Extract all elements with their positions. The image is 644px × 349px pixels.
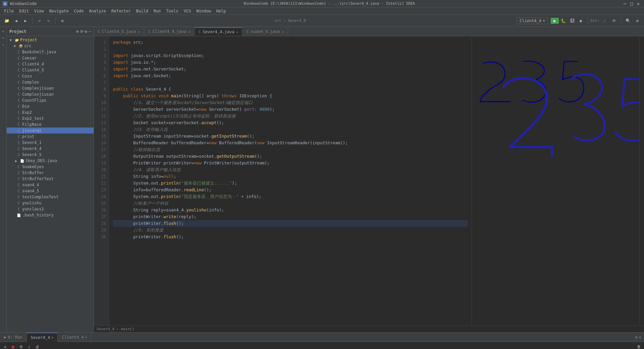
tree-jisuanqi-selected[interactable]: C jisuanqi	[7, 128, 94, 134]
sidebar-settings-icon[interactable]: ⚙	[85, 29, 87, 34]
run-tab-client44[interactable]: Client4_4 ✕	[58, 333, 91, 342]
run-settings-icon[interactable]: ⚙	[635, 335, 638, 340]
list-item[interactable]: C FilpRace	[7, 121, 94, 128]
rerun-btn[interactable]: ↺	[1, 343, 9, 349]
git-check-btn[interactable]: ✓	[601, 17, 609, 25]
list-item[interactable]: C youlishu	[7, 200, 94, 206]
tab-suan44[interactable]: C suan4_4.java ✕	[243, 27, 288, 36]
menu-view[interactable]: View	[32, 7, 47, 15]
list-item[interactable]: C Client4_5	[7, 67, 94, 73]
clear-btn[interactable]: 🗑	[635, 343, 643, 349]
list-item[interactable]: C Bookshelf.java	[7, 49, 94, 55]
coverage-button[interactable]: ⛾	[568, 17, 576, 25]
restore-layout-btn[interactable]: ⊞	[17, 343, 25, 349]
list-item[interactable]: C yunclass2	[7, 206, 94, 212]
list-item[interactable]: C StrBuffer	[7, 170, 94, 176]
menu-vcs[interactable]: VCS	[181, 7, 194, 15]
tree-item-label: youlishu	[22, 201, 42, 205]
toolbar-open-btn[interactable]: 📁	[3, 17, 11, 25]
run-config-selector[interactable]: Client4_4 ▾	[517, 17, 548, 24]
favorites-icon[interactable]: ★	[0, 42, 6, 48]
line-num: 16	[94, 140, 109, 146]
tab-close-icon[interactable]: ✕	[138, 30, 140, 34]
list-item[interactable]: C Caesar	[7, 55, 94, 61]
tree-coin[interactable]: C Coin	[7, 73, 94, 79]
sidebar-add-icon[interactable]: ⊕	[76, 29, 78, 34]
menu-refactor[interactable]: Refactor	[109, 7, 133, 15]
run-tab-sever44[interactable]: Sever4_4 ✕	[27, 333, 58, 342]
print-btn[interactable]: 🖨	[34, 343, 41, 349]
vcs-icon[interactable]: 2	[0, 35, 6, 41]
menu-navigate[interactable]: Navigate	[47, 7, 71, 15]
menu-edit[interactable]: Edit	[16, 7, 32, 15]
list-item[interactable]: C Sever4_5	[7, 152, 94, 158]
toolbar-back-btn[interactable]: ◀	[12, 17, 20, 25]
src-label[interactable]: src	[275, 18, 281, 23]
tree-root[interactable]: ▼ 📁 Project	[7, 37, 94, 43]
close-button[interactable]: ✕	[635, 1, 641, 7]
list-item[interactable]: C CountFlips	[7, 97, 94, 103]
tab-sever44[interactable]: C Sever4_4.java ✕	[195, 27, 243, 36]
tree-src[interactable]: ▼ 📦 src	[7, 43, 94, 49]
breadcrumb-bar: Sever4_4 › main()	[94, 326, 644, 332]
menu-help[interactable]: Help	[214, 7, 229, 15]
list-item[interactable]: C print	[7, 134, 94, 140]
toolbar-redo-btn[interactable]: ↪	[45, 17, 53, 25]
tab-close-icon[interactable]: ✕	[188, 30, 190, 34]
tab-close-icon[interactable]: ✕	[236, 30, 238, 34]
menu-analyze[interactable]: Analyze	[86, 7, 109, 15]
class-icon: C	[16, 98, 21, 103]
list-item[interactable]: ▶ 📄 Skey_DES.java	[7, 158, 94, 164]
list-item[interactable]: C suan4_5	[7, 188, 94, 194]
toolbar-search-btn[interactable]: 🔍	[624, 17, 632, 25]
sidebar-sync-icon[interactable]: ⟳	[80, 29, 84, 34]
sever-label[interactable]: Sever4_4	[288, 18, 306, 23]
run-tab-close-icon[interactable]: ✕	[85, 335, 87, 339]
project-icon[interactable]: P	[0, 28, 6, 34]
run-tab-label: 4: Run	[8, 335, 22, 340]
tab-client44[interactable]: C Client4_4.java ✕	[144, 27, 195, 36]
tab-close-icon[interactable]: ✕	[282, 30, 284, 34]
menu-tools[interactable]: Tools	[164, 7, 181, 15]
list-item[interactable]: C testComplexTest	[7, 194, 94, 200]
list-item[interactable]: C Client4_4	[7, 61, 94, 67]
debug-button[interactable]: 🐛	[559, 17, 568, 25]
maximize-button[interactable]: □	[629, 1, 635, 7]
tree-complex[interactable]: C Complex	[7, 79, 94, 85]
run-button[interactable]: ▶	[551, 18, 558, 24]
menu-code[interactable]: Code	[71, 7, 87, 15]
minimize-button[interactable]: ─	[622, 1, 628, 7]
src-folder-icon: 📦	[18, 43, 23, 49]
toolbar-settings2-btn[interactable]: ⚙	[633, 17, 641, 25]
run-tab-run[interactable]: ▶ 4: Run	[0, 333, 27, 342]
line-num: 13	[94, 119, 109, 126]
list-item[interactable]: C Exp2_test	[7, 115, 94, 121]
list-item[interactable]: C Sever4_1	[7, 140, 94, 146]
run-close-icon[interactable]: ✕	[639, 335, 641, 340]
code-content[interactable]: package src; import javax.script.ScriptE…	[109, 36, 472, 326]
toolbar-settings-btn[interactable]: ⚙	[58, 17, 66, 25]
toolbar-forward-btn[interactable]: ▶	[21, 17, 30, 25]
scroll-to-end-btn[interactable]: ↓	[25, 343, 33, 349]
menu-build[interactable]: Build	[133, 7, 151, 15]
list-item[interactable]: C SnakeEyes	[7, 164, 94, 170]
toolbar-undo-btn[interactable]: ↩	[35, 17, 43, 25]
list-item[interactable]: C suan4_4	[7, 182, 94, 188]
stop-btn[interactable]: ■	[9, 343, 17, 349]
profile-button[interactable]: ◉	[577, 17, 585, 25]
git-update-btn[interactable]: ⟳	[610, 17, 618, 25]
run-tab-close-icon[interactable]: ✕	[51, 336, 53, 339]
list-item[interactable]: C StrBufferTest	[7, 176, 94, 182]
list-item[interactable]: C Complexjiusan	[7, 91, 94, 97]
scrollbar-right[interactable]	[639, 36, 644, 326]
menu-file[interactable]: File	[1, 7, 16, 15]
list-item[interactable]: C Exp2	[7, 109, 94, 115]
tab-client45[interactable]: C Client4_5.java ✕	[94, 27, 144, 36]
menu-window[interactable]: Window	[194, 7, 213, 15]
list-item[interactable]: C Sever4_4	[7, 146, 94, 152]
list-item[interactable]: C Die	[7, 103, 94, 109]
menu-run[interactable]: Run	[151, 7, 164, 15]
sidebar-collapse-icon[interactable]: −	[89, 29, 91, 34]
list-item[interactable]: 📄 .bash_history	[7, 212, 94, 218]
list-item[interactable]: C Complexjisuan	[7, 85, 94, 91]
